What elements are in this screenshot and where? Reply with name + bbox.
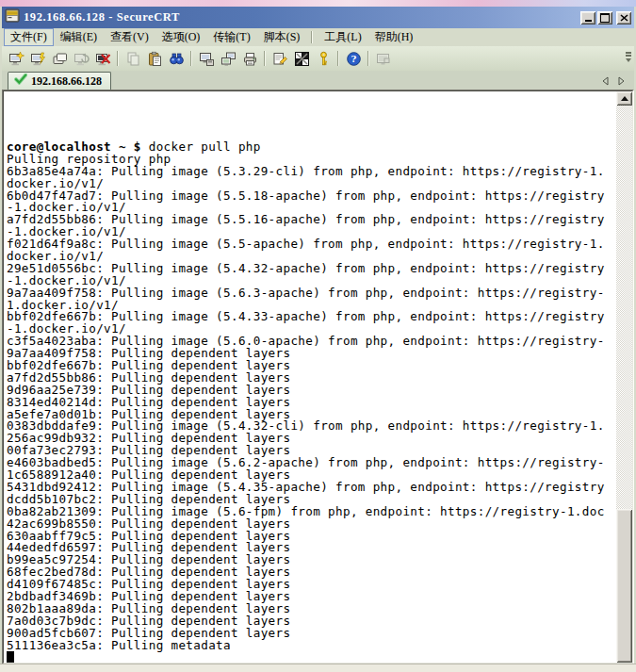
toolbar-separator (337, 51, 339, 66)
terminal-line: 511136ea3c5a: Pulling metadata (7, 640, 616, 652)
toolbar-separator (367, 51, 369, 66)
tab-bar: 192.168.66.128 (2, 71, 634, 90)
tab-scroll-left-icon[interactable] (601, 76, 609, 86)
connect-icon[interactable] (27, 49, 48, 69)
menu-options[interactable]: 选项(O) (155, 28, 207, 46)
background-window-strip (0, 0, 636, 7)
toolbar-separator (264, 51, 266, 66)
menu-view[interactable]: 查看(V) (104, 28, 155, 46)
terminal-frame: core@localhost ~ $ docker pull php Pulli… (2, 90, 634, 664)
window-bottom-strip (0, 664, 636, 672)
help-icon[interactable]: ? (343, 49, 364, 69)
keys-icon[interactable] (313, 49, 334, 69)
minimize-button[interactable] (580, 11, 595, 25)
reconnect-icon[interactable] (71, 49, 91, 69)
toolbar: ? (2, 46, 634, 71)
terminal-cursor-line (7, 651, 616, 663)
menu-transfer[interactable]: 传输(T) (206, 28, 256, 46)
paste-icon[interactable] (144, 49, 165, 69)
maximize-button[interactable] (597, 11, 612, 25)
terminal-cursor (7, 651, 14, 663)
menu-script[interactable]: 脚本(S) (257, 28, 307, 46)
scrollbar-thumb[interactable] (616, 509, 632, 663)
connect-in-tab-icon[interactable] (49, 49, 70, 69)
svg-text:?: ? (351, 54, 356, 64)
terminal-screen[interactable]: core@localhost ~ $ docker pull php Pulli… (4, 91, 616, 663)
log-session-icon[interactable] (196, 49, 217, 69)
quick-connect-icon[interactable] (6, 49, 26, 69)
tab-label: 192.168.66.128 (31, 74, 102, 89)
print-icon[interactable] (239, 49, 260, 69)
terminal-scrollbar[interactable] (616, 91, 632, 663)
window-title: 192.168.66.128 - SecureCRT (24, 10, 577, 25)
find-icon[interactable] (166, 49, 187, 69)
securecrt-terminal-icon[interactable] (5, 8, 20, 27)
menu-file[interactable]: 文件(F) (4, 28, 54, 46)
session-tab[interactable]: 192.168.66.128 (8, 72, 111, 90)
file-transfer-icon[interactable] (218, 49, 238, 69)
toolbar-separator (117, 51, 119, 66)
scroll-up-button[interactable] (616, 91, 632, 106)
title-bar[interactable]: 192.168.66.128 - SecureCRT (2, 7, 634, 28)
menu-help[interactable]: 帮助(H) (368, 28, 420, 46)
terminal-blank-area (7, 93, 616, 141)
menu-tools[interactable]: 工具(L) (318, 28, 367, 46)
toolbar-separator (190, 51, 192, 66)
menu-bar: 文件(F) 编辑(E) 查看(V) 选项(O) 传输(T) 脚本(S) 工具(L… (2, 28, 634, 46)
tab-scroll-right-icon[interactable] (617, 76, 625, 86)
close-button[interactable] (616, 11, 631, 25)
new-window-icon[interactable] (373, 49, 394, 69)
menu-edit[interactable]: 编辑(E) (54, 28, 104, 46)
disconnect-icon[interactable] (92, 49, 113, 69)
copy-icon[interactable] (122, 49, 143, 69)
session-options-icon[interactable] (269, 49, 290, 69)
global-options-icon[interactable] (291, 49, 312, 69)
terminal-output: Pulling repository php6b3a85e4a74a: Pull… (7, 154, 616, 652)
menu-separator (311, 31, 313, 43)
securecrt-window: 192.168.66.128 - SecureCRT 文件(F) 编辑(E) 查… (0, 0, 636, 672)
toolbar-overflow-button[interactable] (626, 55, 631, 62)
connected-check-icon (14, 74, 27, 89)
